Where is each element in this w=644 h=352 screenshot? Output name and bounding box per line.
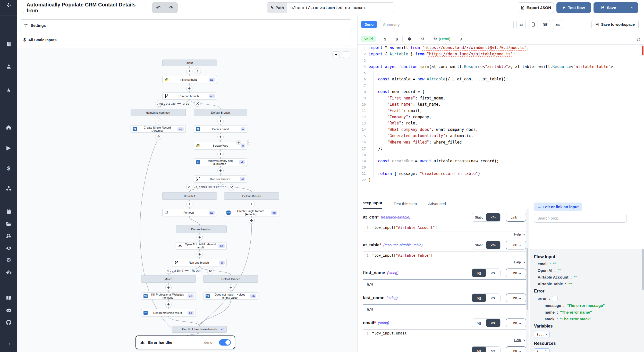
variables-icon[interactable]: $: [0, 163, 17, 174]
reload-language-button[interactable]: ↻(Deno): [429, 36, 455, 42]
prop-name[interactable]: name:"The error name": [542, 310, 644, 314]
plus-connector-icon[interactable]: [186, 201, 192, 207]
prop-error[interactable]: error:-: [538, 296, 644, 301]
prop-open-ai[interactable]: Open AI:"": [538, 268, 644, 273]
error-handler-toggle[interactable]: [219, 339, 231, 346]
mode-static[interactable]: Static: [472, 213, 486, 221]
flow-node-default-branch[interactable]: Default Branch: [224, 192, 279, 200]
code-line[interactable]: 14 "What company does": what_company_doe…: [358, 127, 644, 133]
package-button[interactable]: [403, 36, 416, 42]
code-line[interactable]: 12 "Company": company,: [358, 114, 644, 120]
path-value[interactable]: u/henri/crm_automated_no_human: [287, 3, 394, 13]
flow-node-default-branch[interactable]: Default Branch: [194, 109, 247, 116]
mode-javascript[interactable]: </>: [486, 213, 500, 221]
code-line[interactable]: 9 "First name": first_name,: [358, 95, 644, 101]
edit-or-link-button[interactable]: ← Edit or link an input: [534, 203, 582, 211]
path-field[interactable]: ✎ Path u/henri/crm_automated_no_human: [267, 2, 394, 13]
plus-connector-icon[interactable]: [165, 301, 172, 307]
tab-advanced[interactable]: Advanced: [428, 202, 446, 209]
sync-button[interactable]: ⇄: [516, 20, 526, 29]
flow-node-run-one-branch[interactable]: Run one branchal: [194, 175, 247, 182]
step-panel-scrollbar[interactable]: [526, 209, 529, 352]
link-button[interactable]: Link →: [506, 269, 526, 277]
link-button[interactable]: Link →: [506, 346, 526, 352]
settings-gear-icon[interactable]: ⚙: [0, 255, 17, 265]
flow-node-does-not-match-gives-empty-value[interactable]: TSDoes not match -> gives empty valueah: [203, 292, 258, 299]
docs-book-icon[interactable]: [0, 293, 17, 303]
plus-connector-icon[interactable]: [165, 284, 172, 291]
all-static-inputs-row[interactable]: $ All Static Inputs: [20, 34, 352, 46]
mode-javascript[interactable]: </>: [486, 319, 500, 327]
flow-node-branch-1[interactable]: Branch 1: [162, 192, 217, 200]
plus-connector-icon[interactable]: [155, 118, 161, 124]
mode-javascript[interactable]: </>: [486, 347, 500, 352]
code-line[interactable]: 15 "Generated automatically": automatic,: [358, 133, 644, 139]
flow-title-input[interactable]: Automatically Populate CRM Contact Detai…: [23, 2, 147, 13]
code-line[interactable]: 21 return { message: "Created record in …: [358, 171, 644, 177]
folders-icon[interactable]: [0, 219, 17, 229]
plus-connector-icon[interactable]: [217, 118, 224, 124]
undo-icon[interactable]: ↶: [156, 5, 161, 11]
code-line[interactable]: 11 "Email": email,: [358, 107, 644, 114]
discord-icon[interactable]: [0, 305, 17, 315]
flow-node-parses-email[interactable]: TSParses emaila: [194, 125, 247, 133]
shuffle-connector-icon[interactable]: [207, 268, 213, 274]
object-expand-button[interactable]: {...}: [534, 348, 550, 352]
code-editor[interactable]: 1import * as wmill from "https://deno.la…: [358, 45, 644, 198]
plus-connector-icon[interactable]: [249, 201, 255, 207]
plus-connector-icon[interactable]: [217, 167, 224, 174]
help-toggle[interactable]: Help: [363, 260, 526, 264]
input-mode-toggle[interactable]: Static</>: [472, 241, 501, 249]
flow-node-kill-professional-websites-mentions[interactable]: TSKill Professional Websites mentionsad: [141, 292, 196, 299]
redo-icon[interactable]: ↷: [169, 5, 174, 11]
export-json-button[interactable]: Export JSON: [518, 2, 554, 13]
tab-test-this-step[interactable]: Test this step: [394, 202, 417, 209]
bench-button[interactable]: [553, 20, 562, 29]
plus-connector-icon[interactable]: [197, 251, 203, 257]
flow-node-domain-is-common[interactable]: domain is common: [131, 109, 186, 116]
value-input[interactable]: n/a: [363, 304, 526, 314]
bolt-connector-icon[interactable]: [195, 68, 201, 74]
home-icon[interactable]: [0, 122, 17, 132]
workers-robot-icon[interactable]: [0, 267, 17, 278]
code-line[interactable]: 19 const createOne = await airtable.crea…: [358, 158, 644, 164]
mode-static[interactable]: Static: [472, 241, 486, 249]
tab-step-input[interactable]: Step Input: [363, 201, 382, 209]
code-line[interactable]: 1import * as wmill from "https://deno.la…: [358, 45, 644, 51]
resources-icon[interactable]: [0, 183, 17, 194]
value-input[interactable]: n/a: [363, 279, 526, 289]
link-button[interactable]: Link →: [506, 241, 526, 249]
prop-panel-scrollbar[interactable]: [642, 249, 644, 290]
prop-airtable-account[interactable]: Airtable Account:"": [538, 275, 644, 279]
reset-button[interactable]: ↺: [416, 36, 429, 42]
github-icon[interactable]: [0, 317, 17, 328]
plus-connector-icon[interactable]: [186, 85, 192, 91]
zoom-out-button[interactable]: -: [343, 51, 350, 58]
favorites-star-icon[interactable]: ★: [0, 85, 17, 96]
runs-icon[interactable]: ▶: [0, 143, 17, 153]
shuffle-connector-icon[interactable]: [228, 184, 234, 190]
code-line[interactable]: 20: [358, 164, 644, 170]
expression-editor[interactable]: 1flow_input["Airtable Account"]: [363, 224, 526, 231]
code-line[interactable]: 4export async function main(at_con: wmil…: [358, 63, 644, 70]
flow-node-inline-python3[interactable]: Inline python3ao: [162, 76, 217, 83]
flow-graph-canvas[interactable]: InputInline python3aoRun one branchapdom…: [17, 48, 357, 352]
flow-node-match[interactable]: Match: [141, 275, 196, 283]
prop-search-input[interactable]: Search prop...: [534, 214, 627, 223]
link-button[interactable]: Link →: [506, 213, 526, 222]
help-toggle[interactable]: Help: [363, 232, 526, 236]
plus-connector-icon[interactable]: [186, 68, 192, 74]
save-button[interactable]: Save: [594, 2, 624, 13]
link-button[interactable]: Link →: [506, 319, 526, 327]
code-line[interactable]: 22}: [358, 177, 644, 183]
flow-node-run-one-branch[interactable]: Run one branchap: [162, 93, 217, 99]
prop-stack[interactable]: stack:"The error stack": [542, 317, 644, 321]
user-icon[interactable]: [0, 61, 17, 72]
code-line[interactable]: 17 };: [358, 145, 644, 152]
input-mode-toggle[interactable]: ${}</>: [472, 294, 501, 302]
code-line[interactable]: 5: [358, 70, 644, 76]
input-mode-toggle[interactable]: ${}</>: [472, 346, 501, 352]
save-to-workspace-button[interactable]: Save to workspace: [591, 20, 639, 29]
code-line[interactable]: 6 const airtable = new Airtable({...at_c…: [358, 76, 644, 82]
mode-static[interactable]: ${}: [472, 269, 486, 277]
